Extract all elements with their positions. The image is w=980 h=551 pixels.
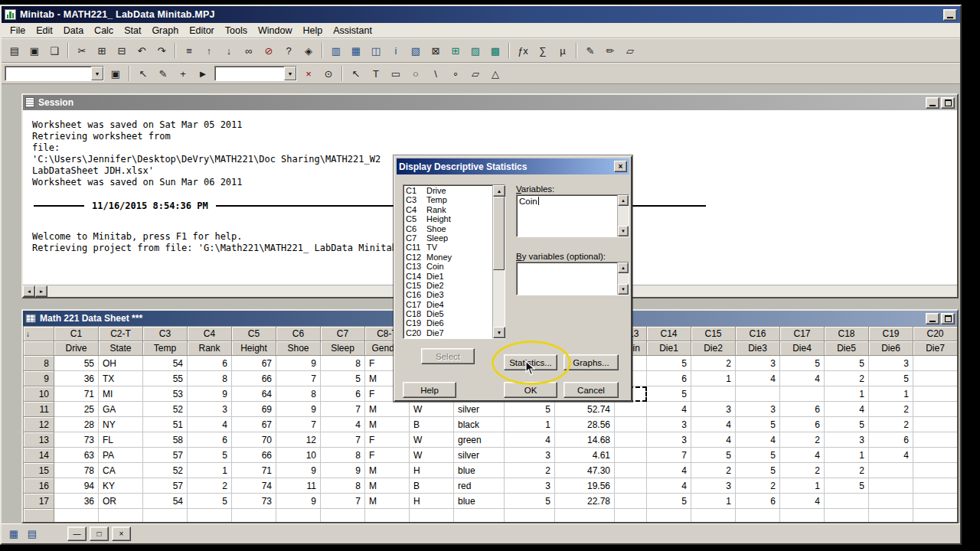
cell[interactable]: 22.78 [555,494,615,509]
cell[interactable] [869,463,913,478]
cell[interactable]: PA [99,448,143,463]
cell[interactable]: 4 [691,432,736,448]
cell[interactable]: red [454,478,505,494]
cell[interactable]: 6 [780,402,825,417]
col-name-C17[interactable]: Die4 [780,341,825,356]
cell[interactable]: 3 [736,402,780,417]
text-tool-icon[interactable]: T [367,65,385,83]
cell[interactable]: 9 [276,463,321,478]
column-item-c1[interactable]: C1Drive [403,186,492,195]
cell[interactable]: 1 [825,448,869,463]
menu-item-assistant[interactable]: Assistant [328,24,377,37]
polyline-tool-icon[interactable]: △ [486,65,505,83]
cell[interactable]: 8 [321,356,365,371]
cell[interactable]: B [410,417,454,432]
cell[interactable]: 4 [780,494,825,509]
cell[interactable]: 57 [143,478,188,494]
col-header-C20[interactable]: C20 [913,327,958,341]
cell[interactable]: 67 [232,356,276,371]
cell[interactable] [505,509,555,523]
cell[interactable]: F [365,448,410,463]
cell[interactable] [691,509,736,523]
cell[interactable]: 1 [869,386,913,402]
cell[interactable]: OR [99,494,143,509]
save-project-icon[interactable]: ▣ [25,42,44,60]
row-header-15[interactable]: 15 [24,463,54,478]
row-header-17[interactable]: 17 [24,494,54,509]
datasheet-maximize-button[interactable] [941,313,955,324]
column-item-c4[interactable]: C4Rank [403,205,492,214]
column-item-c7[interactable]: C7Sleep [403,233,492,243]
cell[interactable]: 2 [780,432,825,448]
col-name-C4[interactable]: Rank [188,341,232,356]
menu-item-window[interactable]: Window [253,24,297,37]
col-name-C15[interactable]: Die2 [691,341,736,356]
cell[interactable]: 5 [647,386,691,402]
cell[interactable]: 6 [647,371,691,386]
cell[interactable]: green [454,432,505,448]
eraser-icon[interactable]: ▱ [621,42,639,60]
col-name-C6[interactable]: Shoe [276,341,321,356]
cell[interactable]: 1 [691,494,736,509]
cell[interactable]: 4 [825,402,869,417]
cell[interactable] [913,509,958,523]
col-name-C7[interactable]: Sleep [321,341,365,356]
cell[interactable]: 5 [188,494,232,509]
cell[interactable] [232,509,276,523]
cell[interactable]: 14.68 [555,432,615,448]
menu-item-data[interactable]: Data [58,24,89,37]
cell[interactable]: 54 [143,494,188,509]
cell[interactable]: 51 [143,417,188,432]
cell[interactable]: 47.30 [555,463,615,478]
menu-item-edit[interactable]: Edit [31,24,58,37]
row-header-11[interactable]: 11 [24,402,54,417]
select-item-icon[interactable]: ↖ [134,65,152,83]
cell[interactable]: 1 [691,371,736,386]
cell[interactable]: 28 [54,417,99,432]
cell[interactable]: 1 [825,386,869,402]
cell[interactable] [913,402,958,417]
menu-item-help[interactable]: Help [297,24,328,37]
cell[interactable]: 5 [691,448,736,463]
cell[interactable]: 5 [505,494,555,509]
new-graph-icon[interactable]: ▨ [466,42,485,60]
cell[interactable]: 6 [736,494,780,509]
cell[interactable]: blue [454,494,505,509]
cancel-button[interactable]: Cancel [564,382,619,398]
col-name-C1[interactable]: Drive [54,341,99,356]
column-item-c19[interactable]: C19Die6 [403,318,492,328]
minimize-button[interactable] [943,9,957,21]
cell[interactable]: 5 [188,448,232,463]
cell[interactable] [780,386,825,402]
cell[interactable]: CA [99,463,143,478]
cell[interactable]: 3 [647,417,691,432]
cell[interactable]: 6 [869,432,913,448]
variables-input[interactable]: Coin ▲ ▼ [516,194,629,237]
close-all-graphs-icon[interactable]: ⊠ [426,42,445,60]
cell[interactable]: 2 [188,478,232,494]
ok-button[interactable]: OK [504,382,557,398]
row-header-9[interactable]: 9 [24,371,54,386]
cell[interactable]: 4.61 [555,448,615,463]
scroll-down-button[interactable]: ▼ [618,226,629,236]
redo-icon[interactable]: ↷ [152,42,171,60]
cell[interactable]: 5 [825,478,869,494]
cell[interactable]: 9 [276,402,321,417]
open-project-icon[interactable]: ▤ [5,42,24,60]
cell[interactable]: 74 [232,478,276,494]
col-name-C3[interactable]: Temp [143,341,188,356]
col-name-corner[interactable] [24,341,54,356]
cell[interactable] [913,432,958,448]
row-header-16[interactable]: 16 [24,478,54,494]
cell[interactable]: W [410,402,454,417]
cell[interactable]: 11 [276,478,321,494]
scrollbar-thumb[interactable] [493,197,505,270]
cell[interactable] [913,356,958,371]
cell[interactable]: 4 [869,448,913,463]
cell[interactable]: 73 [54,432,99,448]
help-icon[interactable]: ? [279,42,298,60]
cell[interactable]: 1 [780,478,825,494]
cell[interactable]: 2 [869,402,913,417]
cell[interactable]: 4 [780,448,825,463]
cell[interactable] [54,509,99,523]
